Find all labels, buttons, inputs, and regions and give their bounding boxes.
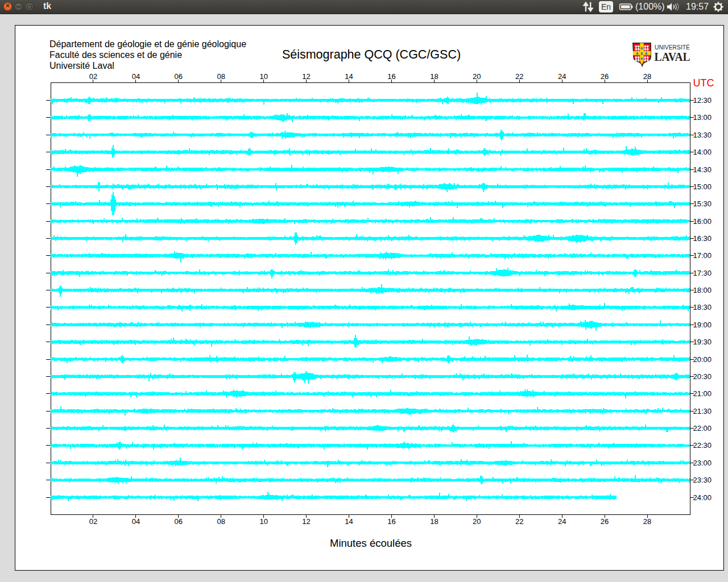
svg-text:23:30: 23:30 [693, 476, 712, 484]
svg-text:02: 02 [89, 517, 97, 526]
svg-text:14:00: 14:00 [693, 148, 712, 156]
svg-text:12:30: 12:30 [693, 96, 712, 105]
svg-text:08: 08 [217, 72, 225, 81]
svg-text:21:30: 21:30 [693, 407, 712, 415]
svg-text:14:30: 14:30 [693, 165, 712, 174]
svg-text:16: 16 [387, 517, 395, 526]
svg-text:22: 22 [515, 517, 523, 526]
svg-text:14: 14 [345, 72, 353, 81]
svg-text:24:00: 24:00 [693, 493, 712, 502]
svg-text:22:30: 22:30 [693, 441, 712, 450]
svg-text:28: 28 [643, 72, 651, 81]
svg-text:13:00: 13:00 [693, 113, 712, 122]
svg-text:04: 04 [132, 517, 140, 526]
svg-text:06: 06 [175, 517, 183, 526]
svg-text:22:00: 22:00 [693, 424, 712, 433]
svg-text:04: 04 [132, 72, 140, 81]
svg-text:Faculté des sciences et de gén: Faculté des sciences et de génie [49, 50, 182, 60]
svg-text:12: 12 [302, 72, 310, 81]
svg-text:20: 20 [473, 517, 481, 526]
svg-text:26: 26 [601, 517, 609, 526]
svg-text:UTC: UTC [693, 77, 714, 89]
svg-text:16:30: 16:30 [693, 234, 712, 243]
svg-text:24: 24 [558, 72, 566, 81]
svg-text:18:00: 18:00 [693, 286, 712, 294]
svg-text:Séismographe QCQ (CGC/GSC): Séismographe QCQ (CGC/GSC) [282, 48, 461, 61]
svg-text:16:00: 16:00 [693, 217, 712, 226]
svg-text:20:00: 20:00 [693, 355, 712, 364]
svg-text:15:00: 15:00 [693, 182, 712, 191]
svg-text:18: 18 [430, 517, 438, 526]
svg-text:26: 26 [601, 72, 609, 81]
svg-text:06: 06 [175, 72, 183, 81]
svg-text:21:00: 21:00 [693, 389, 712, 398]
svg-text:17:00: 17:00 [693, 251, 712, 260]
svg-text:15:30: 15:30 [693, 199, 712, 208]
svg-text:17:30: 17:30 [693, 269, 712, 277]
svg-text:18:30: 18:30 [693, 303, 712, 311]
svg-text:10: 10 [259, 517, 267, 526]
svg-text:Université Laval: Université Laval [49, 61, 114, 70]
svg-text:14: 14 [345, 517, 353, 526]
svg-text:08: 08 [217, 517, 225, 526]
svg-text:19:00: 19:00 [693, 321, 712, 329]
svg-text:20: 20 [473, 72, 481, 81]
svg-text:12: 12 [302, 517, 310, 526]
svg-text:LAVAL: LAVAL [655, 49, 690, 64]
svg-text:20:30: 20:30 [693, 372, 712, 381]
svg-text:22: 22 [515, 72, 523, 81]
svg-text:18: 18 [430, 72, 438, 81]
svg-text:10: 10 [259, 72, 267, 81]
svg-text:16: 16 [387, 72, 395, 81]
svg-text:Département de géologie et de: Département de géologie et de génie géol… [49, 39, 246, 49]
svg-text:19:30: 19:30 [693, 338, 712, 346]
svg-text:24: 24 [558, 517, 566, 526]
svg-text:02: 02 [89, 72, 97, 81]
svg-text:Minutes écoulées: Minutes écoulées [330, 537, 412, 549]
svg-text:28: 28 [643, 517, 651, 526]
svg-text:23:00: 23:00 [693, 459, 712, 467]
svg-text:13:30: 13:30 [693, 131, 712, 139]
